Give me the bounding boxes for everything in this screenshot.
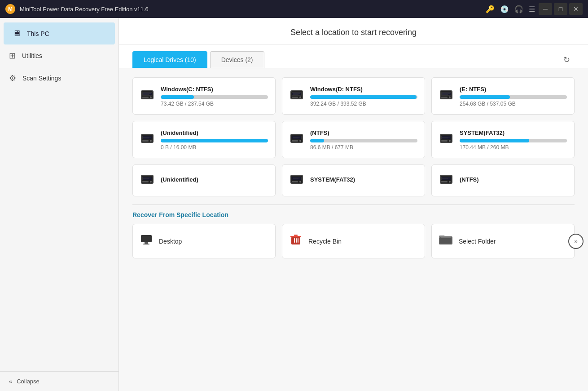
drive-info: SYSTEM(FAT32) [310, 176, 417, 186]
collapse-label: Collapse [17, 378, 39, 385]
drive-info: (E: NTFS) 254.68 GB / 537.05 GB [460, 86, 567, 107]
drive-name: Windows(C: NTFS) [161, 86, 268, 93]
drive-info: (NTFS) [460, 176, 567, 186]
minimize-button[interactable]: ─ [539, 3, 552, 15]
close-button[interactable]: ✕ [569, 3, 583, 15]
drive-card[interactable]: SYSTEM(FAT32) [282, 164, 425, 196]
tab-logical-drives[interactable]: Logical Drives (10) [132, 51, 207, 68]
menu-icon[interactable]: ☰ [529, 5, 535, 13]
svg-point-3 [150, 97, 152, 98]
svg-point-11 [299, 97, 301, 98]
svg-rect-72 [141, 235, 152, 242]
drive-name: (Unidentified) [161, 176, 268, 183]
specific-location-section: Recover From Specific Location Desktop [119, 204, 588, 267]
location-select-folder[interactable]: Select Folder [431, 224, 575, 258]
app-title: MiniTool Power Data Recovery Free Editio… [20, 6, 486, 13]
select-folder-label: Select Folder [459, 238, 496, 245]
utilities-icon: ⊞ [9, 51, 16, 61]
drive-card[interactable]: (NTFS) 86.6 MB / 677 MB [282, 121, 425, 158]
drive-size: 254.68 GB / 537.05 GB [460, 101, 567, 107]
drive-progress-bg [161, 139, 268, 142]
svg-point-27 [150, 140, 152, 142]
drive-card[interactable]: (NTFS) [431, 164, 575, 196]
drive-card[interactable]: (E: NTFS) 254.68 GB / 537.05 GB [431, 77, 575, 115]
collapse-button[interactable]: « Collapse [0, 371, 118, 391]
drive-size: 170.44 MB / 260 MB [460, 144, 567, 151]
drive-card[interactable]: Windows(D: NTFS) 392.24 GB / 393.52 GB [282, 77, 425, 115]
scroll-container: Windows(C: NTFS) 73.42 GB / 237.54 GB [119, 68, 588, 391]
svg-rect-26 [142, 140, 149, 142]
main-content: Select a location to start recovering Lo… [119, 18, 588, 391]
svg-rect-66 [441, 181, 448, 182]
drive-card-top: SYSTEM(FAT32) [290, 173, 417, 189]
svg-rect-84 [441, 237, 451, 238]
drive-progress-bg [161, 95, 268, 99]
scan-settings-icon: ⚙ [9, 73, 16, 83]
drive-size: 392.24 GB / 393.52 GB [310, 101, 417, 107]
page-title: Select a location to start recovering [119, 18, 588, 45]
drive-disk-icon [290, 89, 304, 104]
drives-grid: Windows(C: NTFS) 73.42 GB / 237.54 GB [132, 77, 575, 196]
drive-progress-bg [460, 95, 567, 99]
svg-rect-34 [292, 140, 298, 142]
drive-progress-bg [310, 139, 417, 142]
sidebar-item-this-pc[interactable]: 🖥 This PC [4, 22, 115, 44]
svg-rect-50 [142, 181, 149, 182]
sidebar: 🖥 This PC ⊞ Utilities ⚙ Scan Settings « … [0, 18, 119, 391]
app-logo: M [5, 4, 15, 14]
svg-rect-53 [143, 177, 152, 180]
sidebar-label-this-pc: This PC [27, 30, 49, 37]
sidebar-item-utilities[interactable]: ⊞ Utilities [0, 44, 118, 67]
drive-progress-fill [310, 95, 417, 99]
drive-progress-fill [460, 139, 529, 142]
drive-card-top: (Unidentified) [140, 173, 268, 189]
key-icon[interactable]: 🔑 [486, 5, 495, 13]
next-arrow-button[interactable]: » [568, 234, 584, 249]
disc-icon[interactable]: 💿 [500, 5, 509, 13]
location-recycle-bin[interactable]: Recycle Bin [282, 224, 425, 258]
titlebar: M MiniTool Power Data Recovery Free Edit… [0, 0, 588, 18]
desktop-icon [140, 233, 153, 249]
drive-card[interactable]: (Unidentified) 0 B / 16.00 MB [132, 121, 276, 158]
drive-progress-bg [460, 139, 567, 142]
drive-name: SYSTEM(FAT32) [460, 129, 567, 136]
svg-rect-69 [442, 177, 451, 180]
drive-disk-icon [140, 89, 154, 104]
svg-rect-2 [142, 97, 149, 98]
refresh-button[interactable]: ↻ [559, 52, 575, 67]
drive-card[interactable]: Windows(C: NTFS) 73.42 GB / 237.54 GB [132, 77, 276, 115]
svg-rect-80 [298, 238, 298, 243]
tab-devices[interactable]: Devices (2) [210, 51, 264, 68]
drive-size: 73.42 GB / 237.54 GB [161, 101, 268, 107]
drive-card-top: (NTFS) 86.6 MB / 677 MB [290, 129, 417, 151]
location-desktop[interactable]: Desktop [132, 224, 276, 258]
svg-point-19 [449, 97, 451, 98]
drive-card-top: (NTFS) [439, 173, 567, 189]
headphone-icon[interactable]: 🎧 [514, 5, 523, 13]
drive-disk-icon [290, 173, 304, 189]
drive-card-top: SYSTEM(FAT32) 170.44 MB / 260 MB [439, 129, 567, 151]
maximize-button[interactable]: □ [554, 3, 567, 15]
specific-location-title: Recover From Specific Location [132, 205, 575, 224]
desktop-label: Desktop [159, 238, 182, 245]
recycle-bin-label: Recycle Bin [308, 238, 342, 245]
svg-point-51 [150, 181, 152, 183]
drive-disk-icon [439, 132, 453, 148]
drive-card-top: (E: NTFS) 254.68 GB / 537.05 GB [439, 86, 567, 107]
drive-name: (NTFS) [310, 129, 417, 136]
drive-card-top: Windows(C: NTFS) 73.42 GB / 237.54 GB [140, 86, 268, 107]
drive-info: Windows(D: NTFS) 392.24 GB / 393.52 GB [310, 86, 417, 107]
drive-info: Windows(C: NTFS) 73.42 GB / 237.54 GB [161, 86, 268, 107]
drive-disk-icon [439, 89, 453, 104]
drive-info: (NTFS) 86.6 MB / 677 MB [310, 129, 417, 151]
svg-rect-45 [442, 136, 451, 139]
drive-progress-fill [310, 139, 324, 142]
collapse-icon: « [9, 378, 12, 385]
sidebar-item-scan-settings[interactable]: ⚙ Scan Settings [0, 67, 118, 89]
svg-rect-10 [292, 97, 298, 98]
drive-card[interactable]: (Unidentified) [132, 164, 276, 196]
drive-card[interactable]: SYSTEM(FAT32) 170.44 MB / 260 MB [431, 121, 575, 158]
recycle-bin-icon [290, 233, 302, 249]
drive-card-top: (Unidentified) 0 B / 16.00 MB [140, 129, 268, 151]
svg-point-59 [299, 181, 301, 183]
